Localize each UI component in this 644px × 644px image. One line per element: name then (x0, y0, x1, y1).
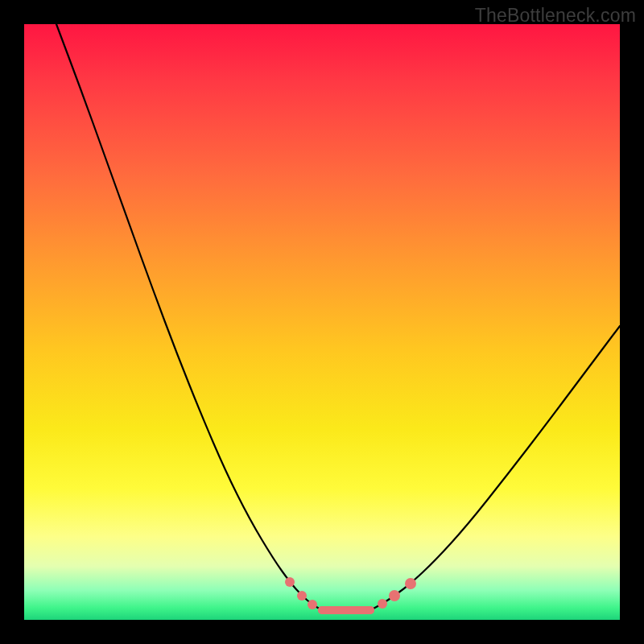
trough-marker (308, 600, 317, 609)
chart-frame: TheBottleneck.com (0, 0, 644, 644)
trough-marker (285, 577, 295, 587)
plot-area (24, 24, 620, 620)
trough-marker (378, 599, 387, 609)
trough-marker (405, 578, 416, 589)
left-curve (56, 24, 322, 610)
watermark-text: TheBottleneck.com (475, 5, 636, 27)
trough-marker (389, 590, 400, 601)
trough-marker (318, 606, 326, 614)
right-curve (370, 326, 620, 610)
trough-marker (297, 591, 307, 601)
trough-marker (366, 606, 374, 614)
curves-svg (24, 24, 620, 620)
